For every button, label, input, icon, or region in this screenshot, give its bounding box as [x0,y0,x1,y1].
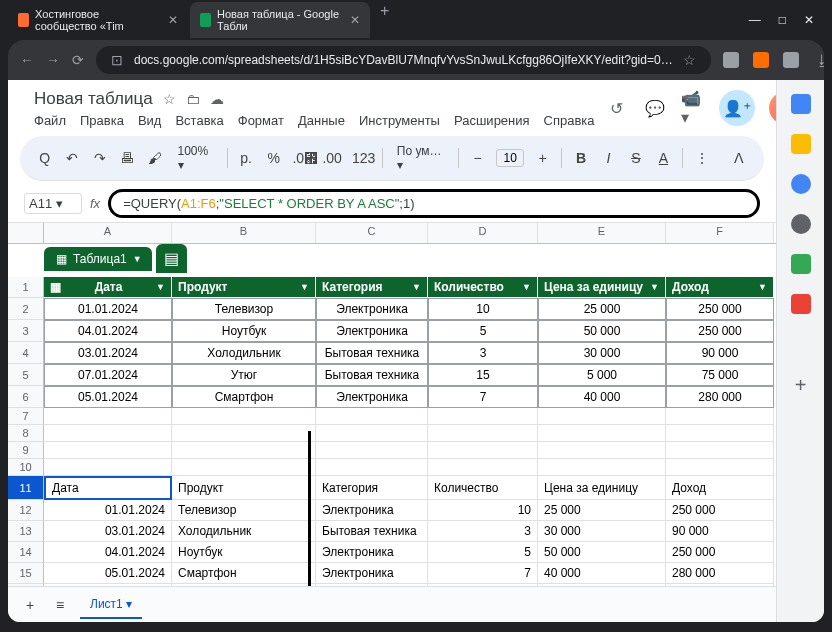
decimal-dec-icon[interactable]: .0₏ [292,150,312,166]
decimal-inc-icon[interactable]: .00 [322,150,341,166]
cell[interactable]: Телевизор [172,298,316,320]
text-color-icon[interactable]: A [655,150,673,166]
cell[interactable] [428,459,538,476]
back-button[interactable]: ← [20,52,34,68]
cell[interactable]: 5 [428,320,538,342]
row-header-4[interactable]: 4 [8,342,44,364]
table-chip-expand[interactable]: ▤ [156,244,187,273]
cell[interactable] [172,442,316,459]
font-size-input[interactable]: 10 [496,149,523,167]
cell[interactable]: 250 000 [666,320,774,342]
col-header-c[interactable]: C [316,223,428,243]
zoom-select[interactable]: 100% ▾ [174,142,217,174]
cell[interactable]: Цена за единицу▼ [538,277,666,298]
cell[interactable] [538,442,666,459]
star-icon[interactable]: ☆ [681,52,699,68]
cell[interactable]: ▦ Дата▼ [44,277,172,298]
bold-icon[interactable]: B [572,150,590,166]
cell[interactable]: 25 000 [538,500,666,521]
cell[interactable]: Холодильник [172,342,316,364]
cell[interactable]: 40 000 [538,563,666,584]
print-icon[interactable]: 🖶 [119,150,137,166]
browser-tab-1[interactable]: Новая таблица - Google Табли ✕ [190,2,370,38]
cell[interactable]: 250 000 [666,298,774,320]
percent-icon[interactable]: % [265,150,283,166]
cell[interactable]: 30 000 [538,342,666,364]
row-header-16[interactable]: 16 [8,584,44,586]
cell[interactable]: 05.01.2024 [44,563,172,584]
cell[interactable]: 15 [428,364,538,386]
add-sheet-button[interactable]: + [20,597,40,613]
cell[interactable]: 75 000 [666,364,774,386]
cell[interactable] [172,408,316,425]
row-header-1[interactable]: 1 [8,277,44,298]
cell[interactable] [428,442,538,459]
row-header-5[interactable]: 5 [8,364,44,386]
cell[interactable] [44,442,172,459]
strike-icon[interactable]: S [627,150,645,166]
redo-icon[interactable]: ↷ [91,150,109,166]
cell[interactable] [44,425,172,442]
cell[interactable]: 15 [428,584,538,586]
star-doc-icon[interactable]: ☆ [163,91,176,107]
window-close[interactable]: ✕ [804,13,814,27]
cell[interactable]: 10 [428,500,538,521]
cell[interactable]: Дата [44,476,172,500]
calendar-icon[interactable] [791,94,811,114]
cell[interactable]: 03.01.2024 [44,342,172,364]
menu-insert[interactable]: Вставка [175,113,223,128]
forward-button[interactable]: → [46,52,60,68]
cell[interactable]: 3 [428,342,538,364]
cell[interactable] [428,425,538,442]
search-menu-icon[interactable]: Q [36,150,54,166]
cell[interactable]: Смартфон [172,386,316,408]
cell[interactable]: 250 000 [666,542,774,563]
col-header-f[interactable]: F [666,223,774,243]
cell[interactable]: 04.01.2024 [44,542,172,563]
cell[interactable]: 50 000 [538,542,666,563]
share-button[interactable]: 👤⁺ [719,90,755,126]
cell[interactable]: 10 [428,298,538,320]
col-header-b[interactable]: B [172,223,316,243]
row-header-15[interactable]: 15 [8,563,44,584]
comment-icon[interactable]: 💬 [643,96,667,120]
font-size-dec[interactable]: − [469,150,487,166]
cell[interactable]: Категория▼ [316,277,428,298]
window-maximize[interactable]: □ [779,13,786,27]
cell[interactable]: 04.01.2024 [44,320,172,342]
cell[interactable]: Холодильник [172,521,316,542]
collapse-toolbar-icon[interactable]: ᐱ [731,150,749,166]
undo-icon[interactable]: ↶ [64,150,82,166]
tab-close-1[interactable]: ✕ [350,13,360,27]
cell[interactable]: 3 [428,521,538,542]
menu-view[interactable]: Вид [138,113,162,128]
cell[interactable]: Количество▼ [428,277,538,298]
cell[interactable]: Бытовая техника [316,521,428,542]
cell[interactable] [316,425,428,442]
cell[interactable]: Утюг [172,584,316,586]
cell[interactable] [316,408,428,425]
currency-icon[interactable]: р. [237,150,255,166]
format-123-icon[interactable]: 123 [352,150,372,166]
cell[interactable]: 40 000 [538,386,666,408]
cell[interactable]: 7 [428,386,538,408]
cell[interactable]: Электроника [316,298,428,320]
row-header-10[interactable]: 10 [8,459,44,476]
font-select[interactable]: По ум… ▾ [393,142,448,174]
user-avatar[interactable] [769,92,776,124]
tasks-icon[interactable] [791,174,811,194]
cell[interactable]: 01.01.2024 [44,500,172,521]
menu-help[interactable]: Справка [544,113,595,128]
paint-format-icon[interactable]: 🖌 [146,150,164,166]
window-minimize[interactable]: ― [749,13,761,27]
menu-format[interactable]: Формат [238,113,284,128]
row-header-12[interactable]: 12 [8,500,44,521]
cell[interactable]: 5 000 [538,584,666,586]
cell[interactable]: Бытовая техника [316,342,428,364]
cell[interactable] [538,459,666,476]
table-chip[interactable]: ▦ Таблица1 ▼ [44,247,152,271]
cell[interactable]: 75 000 [666,584,774,586]
cell[interactable] [666,425,774,442]
menu-file[interactable]: Файл [34,113,66,128]
cell[interactable]: Бытовая техника [316,584,428,586]
